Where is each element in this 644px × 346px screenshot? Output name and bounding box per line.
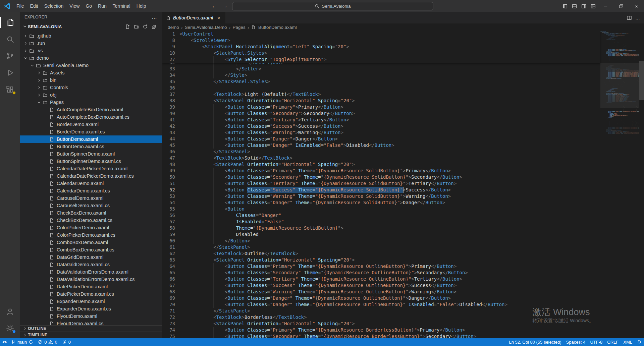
- code-line[interactable]: 68 <Button Classes="Warning" Theme="{Dyn…: [162, 289, 600, 295]
- tree-item-semi.avalonia.demo[interactable]: Semi.Avalonia.Demo: [20, 62, 162, 69]
- tree-item-autocompleteboxdemo.axaml.cs[interactable]: AutoCompleteBoxDemo.axaml.cs: [20, 113, 162, 121]
- tree-item-datepickerdemo.axaml.cs[interactable]: DatePickerDemo.axaml.cs: [20, 290, 162, 298]
- code-line[interactable]: 36: [162, 85, 600, 91]
- menu-edit[interactable]: Edit: [27, 2, 41, 10]
- close-button[interactable]: [629, 0, 644, 12]
- tree-item-buttonspinnerdemo.axaml.cs[interactable]: ButtonSpinnerDemo.axaml.cs: [20, 158, 162, 165]
- code-line[interactable]: 69 <Button Classes="Danger" Theme="{Dyna…: [162, 295, 600, 301]
- remote-indicator[interactable]: ><: [0, 338, 9, 346]
- code-line[interactable]: 61 </StackPanel>: [162, 244, 600, 250]
- tree-item-expanderdemo.axaml.cs[interactable]: ExpanderDemo.axaml.cs: [20, 305, 162, 312]
- code-line[interactable]: 44 <Button Classes="Danger">Danger</Butt…: [162, 136, 600, 142]
- outline-section[interactable]: OUTLINE: [20, 325, 162, 332]
- tree-item-autocompleteboxdemo.axaml[interactable]: AutoCompleteBoxDemo.axaml: [20, 106, 162, 113]
- menu-help[interactable]: Help: [133, 2, 149, 10]
- refresh-icon[interactable]: [141, 23, 149, 30]
- problems-status[interactable]: 0 0: [36, 338, 59, 346]
- menu-file[interactable]: File: [13, 2, 27, 10]
- activity-run-debug-icon[interactable]: [0, 64, 20, 81]
- code-line[interactable]: 35 </StackPanel.Styles>: [162, 78, 600, 85]
- activity-extensions-icon[interactable]: [0, 81, 20, 98]
- tab-buttondemo-axaml[interactable]: ButtonDemo.axaml ×: [162, 12, 226, 23]
- tree-item-carouseldemo.axaml.cs[interactable]: CarouselDemo.axaml.cs: [20, 202, 162, 209]
- explorer-section-header[interactable]: SEMI.AVALONIA: [20, 22, 162, 31]
- activity-source-control-icon[interactable]: [0, 48, 20, 64]
- code-line[interactable]: 48 <StackPanel Orientation="Horizontal" …: [162, 161, 600, 168]
- activity-search-icon[interactable]: [0, 31, 20, 48]
- tree-item-datepickerdemo.axaml[interactable]: DatePickerDemo.axaml: [20, 283, 162, 290]
- menu-view[interactable]: View: [66, 2, 83, 10]
- activity-account-icon[interactable]: [0, 303, 20, 320]
- code-line[interactable]: 53 <Button Classes="Warning" Theme="{Dyn…: [162, 193, 600, 199]
- tree-item-checkboxdemo.axaml[interactable]: CheckBoxDemo.axaml: [20, 209, 162, 217]
- code-line[interactable]: 67 <Button Classes="Success" Theme="{Dyn…: [162, 282, 600, 289]
- breadcrumb-item[interactable]: Pages: [233, 25, 246, 30]
- tree-item-datavalidationerrorsdemo.axaml.cs[interactable]: DataValidationErrorsDemo.axaml.cs: [20, 276, 162, 283]
- tree-item-comboboxdemo.axaml.cs[interactable]: ComboBoxDemo.axaml.cs: [20, 246, 162, 253]
- tree-item-.run[interactable]: .run: [20, 40, 162, 47]
- notifications-bell[interactable]: [635, 338, 644, 346]
- tree-item-flyoutdemo.axaml[interactable]: FlyoutDemo.axaml: [20, 312, 162, 320]
- tree-item-colorpickerdemo.axaml[interactable]: ColorPickerDemo.axaml: [20, 224, 162, 231]
- code-line[interactable]: 58 Theme="{DynamicResource SolidButton}"…: [162, 225, 600, 231]
- breadcrumb-item[interactable]: demo: [168, 25, 179, 30]
- tree-item-buttonspinnerdemo.axaml[interactable]: ButtonSpinnerDemo.axaml: [20, 150, 162, 158]
- tree-item-.vs[interactable]: .vs: [20, 47, 162, 54]
- tree-item-comboboxdemo.axaml[interactable]: ComboBoxDemo.axaml: [20, 239, 162, 246]
- code-line[interactable]: 55 <Button: [162, 206, 600, 212]
- code-line[interactable]: 34 </Style>: [162, 72, 600, 78]
- tree-item-demo[interactable]: demo: [20, 54, 162, 62]
- breadcrumb-item[interactable]: ButtonDemo.axaml: [258, 25, 297, 30]
- tree-item-borderdemo.axaml.cs[interactable]: BorderDemo.axaml.cs: [20, 128, 162, 135]
- timeline-section[interactable]: TIMELINE: [20, 332, 162, 338]
- menu-run[interactable]: Run: [95, 2, 110, 10]
- language-mode[interactable]: XML: [621, 338, 635, 346]
- command-center-search[interactable]: Semi.Avalonia: [232, 2, 433, 10]
- code-line[interactable]: 62 <TextBlock>Outline</TextBlock>: [162, 250, 600, 257]
- code-editor[interactable]: 32 </MenuFlyout>33 </Setter>34 </Style>3…: [162, 31, 644, 338]
- code-line[interactable]: 39 <Button Classes="Primary">Primary</Bu…: [162, 104, 600, 110]
- breadcrumb-item[interactable]: Semi.Avalonia.Demo: [185, 25, 227, 30]
- code-line[interactable]: 65 <Button Classes="Secondary" Theme="{D…: [162, 270, 600, 276]
- split-editor-icon[interactable]: [627, 15, 632, 20]
- toggle-primary-sidebar-icon[interactable]: [560, 0, 570, 12]
- code-line[interactable]: 46 </StackPanel>: [162, 149, 600, 155]
- code-line[interactable]: 43 <Button Classes="Warning">Warning</Bu…: [162, 129, 600, 136]
- git-branch-status[interactable]: main: [9, 338, 36, 346]
- tree-item-buttondemo.axaml[interactable]: ButtonDemo.axaml: [20, 135, 162, 143]
- eol-status[interactable]: CRLF: [605, 338, 621, 346]
- tree-item-calendardatepickerdemo.axaml.cs[interactable]: CalendarDatePickerDemo.axaml.cs: [20, 172, 162, 180]
- code-line[interactable]: 59 Disabled: [162, 231, 600, 238]
- tree-item-buttondemo.axaml.cs[interactable]: ButtonDemo.axaml.cs: [20, 143, 162, 150]
- new-folder-icon[interactable]: [132, 23, 140, 30]
- new-file-icon[interactable]: [124, 23, 131, 30]
- tree-item-calendardemo.axaml.cs[interactable]: CalendarDemo.axaml.cs: [20, 187, 162, 194]
- menu-terminal[interactable]: Terminal: [110, 2, 133, 10]
- more-actions-icon[interactable]: …: [635, 15, 640, 20]
- code-line[interactable]: 45 <Button Classes="Danger" IsEnabled="F…: [162, 142, 600, 149]
- minimap[interactable]: <UserControl <ScrollViewer> <StackPanel …: [600, 31, 639, 338]
- code-line[interactable]: 74 <Button Classes="Primary" Theme="{Dyn…: [162, 327, 600, 333]
- menu-selection[interactable]: Selection: [41, 2, 67, 10]
- code-line[interactable]: 38 <StackPanel Orientation="Horizontal" …: [162, 98, 600, 104]
- code-line[interactable]: 9 <StackPanel HorizontalAlignment="Left"…: [162, 44, 600, 50]
- code-line[interactable]: 10 <StackPanel.Styles>: [162, 50, 600, 56]
- code-line[interactable]: 51 <Button Classes="Tertiary" Theme="{Dy…: [162, 180, 600, 187]
- tree-item-carouseldemo.axaml[interactable]: CarouselDemo.axaml: [20, 194, 162, 202]
- tree-item-borderdemo.axaml[interactable]: BorderDemo.axaml: [20, 121, 162, 128]
- code-line[interactable]: 27 <Style Selector="ToggleSplitButton">: [162, 56, 600, 63]
- tree-item-colorpickerdemo.axaml.cs[interactable]: ColorPickerDemo.axaml.cs: [20, 231, 162, 239]
- code-line[interactable]: 41 <Button Classes="Tertiary">Tertiary</…: [162, 117, 600, 123]
- code-line[interactable]: 52 <Button Classes="Success" Theme="{Dyn…: [162, 187, 600, 193]
- tree-item-datagriddemo.axaml[interactable]: DataGridDemo.axaml: [20, 253, 162, 261]
- explorer-more-actions-icon[interactable]: …: [152, 14, 157, 20]
- code-line[interactable]: 1<UserControl: [162, 31, 600, 37]
- code-line[interactable]: 37 <TextBlock>Light (Default)</TextBlock…: [162, 91, 600, 98]
- code-line[interactable]: 40 <Button Classes="Secondary">Secondary…: [162, 110, 600, 117]
- tree-item-obj[interactable]: obj: [20, 91, 162, 99]
- tree-item-expanderdemo.axaml[interactable]: ExpanderDemo.axaml: [20, 298, 162, 305]
- editor-scrollbar[interactable]: [639, 61, 644, 100]
- code-line[interactable]: 42 <Button Classes="Success">Success</Bu…: [162, 123, 600, 129]
- toggle-secondary-sidebar-icon[interactable]: [579, 0, 588, 12]
- tree-item-flyoutdemo.axaml.cs[interactable]: FlyoutDemo.axaml.cs: [20, 320, 162, 325]
